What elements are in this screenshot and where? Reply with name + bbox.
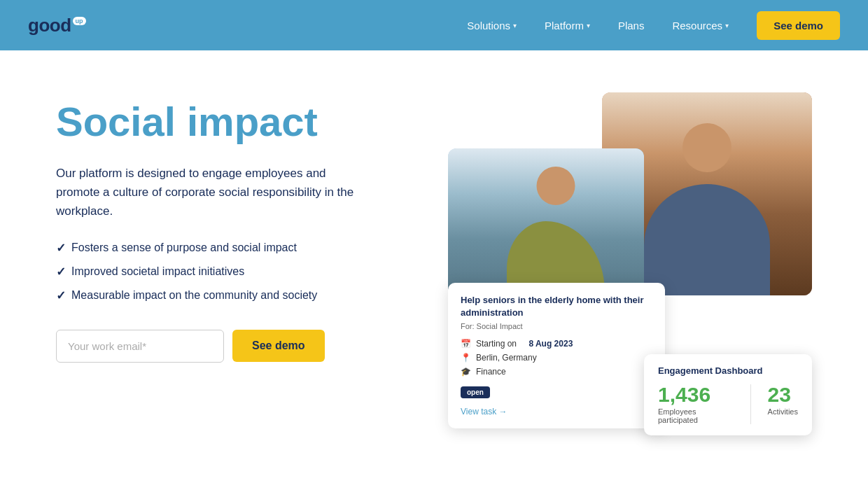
check-item-2: ✓ Improved societal impact initiatives	[56, 264, 420, 281]
check-item-1: ✓ Fosters a sense of purpose and social …	[56, 240, 420, 257]
task-category: Finance	[476, 367, 506, 377]
chevron-down-icon: ▾	[587, 22, 590, 29]
check-item-3: ✓ Measurable impact on the community and…	[56, 288, 420, 304]
logo-badge: up	[73, 17, 86, 25]
hero-section: Social impact Our platform is designed t…	[0, 50, 868, 497]
checkmark-icon: ✓	[56, 288, 66, 304]
task-card: Help seniors in the elderly home with th…	[448, 283, 665, 428]
nav-item-plans[interactable]: Plans	[618, 20, 645, 31]
engagement-stats: 1,436 Employees participated 23 Activiti…	[658, 384, 798, 424]
stat-divider	[750, 384, 751, 424]
hero-description: Our platform is designed to engage emplo…	[56, 164, 364, 221]
task-view-link[interactable]: View task →	[461, 407, 507, 416]
task-date-prefix: Starting on	[476, 339, 517, 349]
hero-right: Help seniors in the elderly home with th…	[448, 92, 812, 456]
engagement-card-title: Engagement Dashboard	[658, 365, 798, 376]
chevron-down-icon: ▾	[725, 22, 729, 29]
nav-link-solutions[interactable]: Solutions ▾	[467, 20, 517, 31]
hero-checklist: ✓ Fosters a sense of purpose and social …	[56, 240, 420, 304]
chevron-down-icon: ▾	[513, 22, 517, 29]
nav-links: Solutions ▾ Platform ▾ Plans Resources ▾	[467, 20, 729, 31]
task-status-badge: open	[461, 386, 490, 398]
checkmark-icon: ✓	[56, 240, 66, 257]
category-icon: 🎓	[461, 367, 471, 377]
activities-stat: 23 Activities	[768, 384, 798, 424]
employees-label: Employees participated	[658, 407, 734, 424]
email-input[interactable]	[56, 330, 224, 363]
hero-form: See demo	[56, 330, 420, 363]
hero-title: Social impact	[56, 99, 420, 144]
engagement-dashboard-card: Engagement Dashboard 1,436 Employees par…	[644, 354, 812, 435]
employees-stat: 1,436 Employees participated	[658, 384, 734, 424]
task-card-category-row: 🎓 Finance	[461, 367, 652, 377]
task-date-value: 8 Aug 2023	[528, 339, 573, 349]
hero-left: Social impact Our platform is designed t…	[56, 92, 420, 363]
nav-link-resources[interactable]: Resources ▾	[672, 20, 729, 31]
employees-count: 1,436	[658, 384, 734, 405]
task-card-for: For: Social Impact	[461, 322, 652, 330]
task-card-title: Help seniors in the elderly home with th…	[461, 294, 652, 319]
hero-see-demo-button[interactable]: See demo	[232, 330, 325, 362]
task-card-location-row: 📍 Berlin, Germany	[461, 353, 652, 363]
navbar: goodup Solutions ▾ Platform ▾ Plans Reso…	[0, 0, 868, 50]
activities-label: Activities	[768, 407, 798, 416]
calendar-icon: 📅	[461, 339, 471, 349]
nav-item-platform[interactable]: Platform ▾	[545, 20, 590, 31]
logo-text: good	[28, 15, 71, 36]
nav-item-resources[interactable]: Resources ▾	[672, 20, 729, 31]
task-location: Berlin, Germany	[476, 353, 537, 363]
location-icon: 📍	[461, 353, 471, 363]
task-card-date-row: 📅 Starting on 8 Aug 2023	[461, 339, 652, 349]
nav-link-platform[interactable]: Platform ▾	[545, 20, 590, 31]
nav-item-solutions[interactable]: Solutions ▾	[467, 20, 517, 31]
logo[interactable]: goodup	[28, 15, 86, 36]
nav-see-demo-button[interactable]: See demo	[757, 11, 840, 40]
activities-count: 23	[768, 384, 798, 405]
nav-link-plans[interactable]: Plans	[618, 20, 645, 31]
checkmark-icon: ✓	[56, 264, 66, 281]
